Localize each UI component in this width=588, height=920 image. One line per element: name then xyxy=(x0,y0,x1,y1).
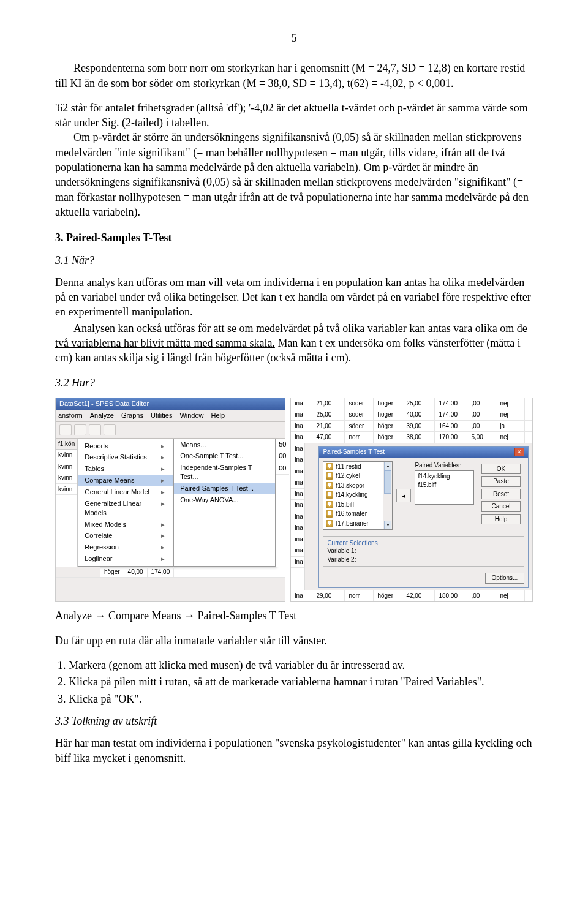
scale-icon xyxy=(326,510,333,518)
move-right-button[interactable]: ◂ xyxy=(396,489,411,502)
submenu-item[interactable]: One-Way ANOVA... xyxy=(174,494,275,506)
instruction-list: Markera (genom att klicka med musen) de … xyxy=(55,658,533,706)
help-button[interactable]: Help xyxy=(481,514,521,525)
heading-3-2: 3.2 Hur? xyxy=(55,375,533,390)
cell: kvinn xyxy=(56,472,77,484)
arrow-icon: ▸ xyxy=(161,499,165,518)
submenu-item-paired[interactable]: Paired-Samples T Test... xyxy=(174,483,275,494)
scroll-down-icon[interactable]: ▼ xyxy=(384,521,391,529)
text: Analysen kan också utföras för att se om… xyxy=(74,322,500,334)
arrow-icon: ▸ xyxy=(161,476,165,485)
spss-editor-screenshot: DataSet1] - SPSS Data Editor ansform Ana… xyxy=(55,398,285,603)
menu-bar: ansform Analyze Graphs Utilities Window … xyxy=(56,410,285,422)
menu-item[interactable]: Generalized Linear Models▸ xyxy=(78,498,173,519)
data-grid-bottom: höger 40,00 174,00 xyxy=(56,567,285,578)
paired-variables-box[interactable]: f14.kyckling -- f15.biff xyxy=(415,470,474,505)
menu-item[interactable]: Mixed Models▸ xyxy=(78,519,173,530)
arrow-icon: ▸ xyxy=(161,520,165,529)
cell: 50 xyxy=(276,439,288,451)
menu-item[interactable]: Help xyxy=(211,411,225,420)
scale-icon xyxy=(326,463,333,470)
arrow-icon: ▸ xyxy=(161,453,165,462)
dialog-title-bar: Paired-Samples T Test ✕ xyxy=(319,447,528,458)
menu-item[interactable]: Graphs xyxy=(121,411,143,420)
window-title: DataSet1] - SPSS Data Editor xyxy=(56,398,285,410)
paragraph-4: Du får upp en ruta där alla inmatade var… xyxy=(55,633,533,648)
cell: höger xyxy=(100,567,124,578)
text: '62 står för antalet frihetsgrader (allt… xyxy=(55,102,528,129)
scrollbar[interactable]: ▲ ▼ xyxy=(383,462,392,529)
scale-icon xyxy=(326,501,333,508)
cancel-button[interactable]: Cancel xyxy=(481,501,521,512)
list-item: Klicka på "OK". xyxy=(69,692,533,706)
paired-dialog-screenshot: ina21,00söderhöger25,00174,00,00nej ina2… xyxy=(290,398,533,603)
analyze-menu: Reports▸ Descriptive Statistics▸ Tables▸… xyxy=(78,439,174,567)
paragraph-3a: Denna analys kan utföras om man vill vet… xyxy=(55,275,533,320)
current-selections-group: Current Selections Variable 1: Variable … xyxy=(323,536,524,567)
cell: 40,00 xyxy=(124,567,148,578)
heading-3-3: 3.3 Tolkning av utskrift xyxy=(55,714,533,728)
heading-3: 3. Paired-Samples T-Test xyxy=(55,230,533,245)
menu-item[interactable]: Utilities xyxy=(151,411,172,420)
scale-icon xyxy=(326,491,333,499)
scroll-thumb[interactable] xyxy=(384,470,391,494)
menu-item[interactable]: Reports▸ xyxy=(78,440,173,452)
cell: 00 xyxy=(276,450,288,462)
dialog-buttons: OK Paste Reset Cancel Help xyxy=(478,461,524,530)
menu-item[interactable]: Analyze xyxy=(90,411,114,420)
ok-button[interactable]: OK xyxy=(481,464,521,475)
arrow-icon: ▸ xyxy=(161,531,165,540)
submenu-item[interactable]: One-Sample T Test... xyxy=(174,450,275,462)
menu-item[interactable]: Descriptive Statistics▸ xyxy=(78,451,173,463)
menu-item[interactable]: Window xyxy=(179,411,203,420)
arrow-icon: ▸ xyxy=(161,464,165,473)
cell: kvinn xyxy=(56,484,77,496)
scale-icon xyxy=(326,520,333,527)
submenu-item[interactable]: Means... xyxy=(174,439,275,451)
reset-button[interactable]: Reset xyxy=(481,489,521,500)
analyze-path: Analyze → Compare Means → Paired-Samples… xyxy=(55,608,533,623)
list-item: Klicka på pilen mitt i rutan, så att de … xyxy=(69,674,533,689)
text: Om p-värdet är större än undersökningens… xyxy=(55,130,533,219)
cell: kvinn xyxy=(56,461,77,473)
compare-means-submenu: Means... One-Sample T Test... Independen… xyxy=(173,439,276,567)
scale-icon xyxy=(326,472,333,480)
paragraph-explain: '62 står för antalet frihetsgrader (allt… xyxy=(55,100,533,219)
paragraph-3b: Analysen kan också utföras för att se om… xyxy=(55,321,533,366)
cell: 00 xyxy=(276,462,288,475)
cell: 174,00 xyxy=(148,567,175,578)
scroll-up-icon[interactable]: ▲ xyxy=(384,462,391,470)
data-column: f1.kön kvinn kvinn kvinn kvinn xyxy=(56,439,78,567)
dialog-title: Paired-Samples T Test xyxy=(323,448,385,456)
variable1-label: Variable 1: xyxy=(327,547,520,556)
variable-listbox[interactable]: f11.restid f12.cykel f13.skopor f14.kyck… xyxy=(323,461,393,530)
paste-button[interactable]: Paste xyxy=(481,476,521,487)
menu-item[interactable]: Regression▸ xyxy=(78,541,173,553)
paired-variables-label: Paired Variables: xyxy=(415,461,474,470)
menu-item[interactable]: Tables▸ xyxy=(78,463,173,475)
paragraph-5: Här har man testat om individerna i popu… xyxy=(55,736,533,766)
toolbar-button[interactable] xyxy=(104,424,116,435)
close-icon[interactable]: ✕ xyxy=(514,448,524,456)
toolbar-button[interactable] xyxy=(89,424,101,435)
current-selections-label: Current Selections xyxy=(327,539,520,548)
menu-item[interactable]: Loglinear▸ xyxy=(78,553,173,565)
submenu-item[interactable]: Independent-Samples T Test... xyxy=(174,462,275,483)
scale-icon xyxy=(326,529,333,530)
data-grid-bottom: ina29,00norrhöger42,00180,00,00nej xyxy=(291,590,532,602)
menu-item[interactable]: Correlate▸ xyxy=(78,530,173,541)
paired-samples-dialog: Paired-Samples T Test ✕ f11.restid f12.c… xyxy=(318,446,529,588)
arrow-icon: ▸ xyxy=(161,543,165,552)
page-number: 5 xyxy=(55,31,533,45)
toolbar-button[interactable] xyxy=(59,424,72,435)
menu-item-compare-means[interactable]: Compare Means▸ xyxy=(78,475,173,486)
options-button[interactable]: Options... xyxy=(485,573,524,584)
column-header: f1.kön xyxy=(56,439,77,450)
menu-item[interactable]: ansform xyxy=(58,411,83,420)
toolbar-button[interactable] xyxy=(74,424,86,435)
cell: kvinn xyxy=(56,450,77,461)
scale-icon xyxy=(326,482,333,489)
heading-3-1: 3.1 När? xyxy=(55,253,533,268)
menu-item[interactable]: General Linear Model▸ xyxy=(78,486,173,498)
list-item: Markera (genom att klicka med musen) de … xyxy=(69,658,533,673)
